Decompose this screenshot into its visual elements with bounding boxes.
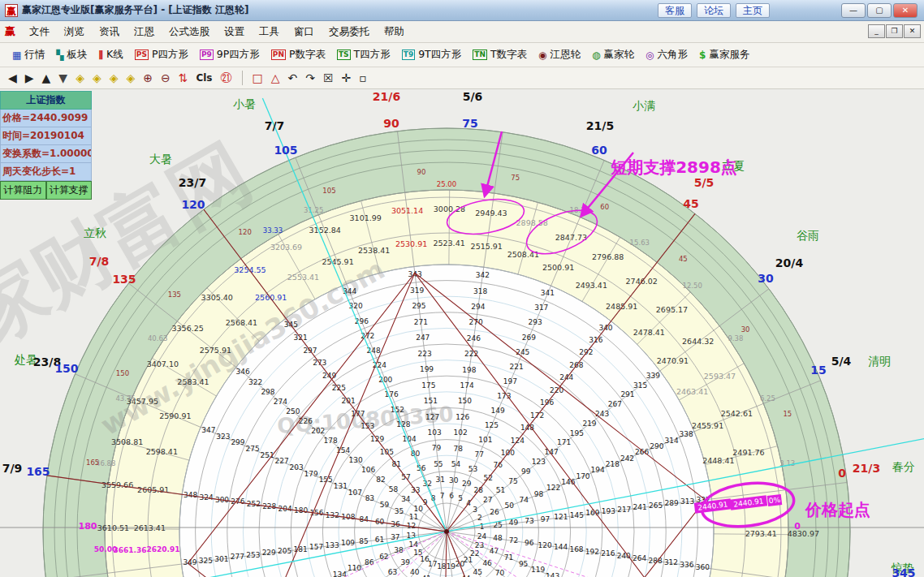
menu-item-资讯[interactable]: 资讯 <box>92 22 127 42</box>
calc-buttons: 计算阻力 计算支撑 <box>0 181 92 200</box>
svg-text:5: 5 <box>458 494 463 502</box>
titlebar-button-主页[interactable]: 主页 <box>736 3 770 18</box>
svg-text:立秋: 立秋 <box>84 226 106 239</box>
diamond-left-icon[interactable]: ◈ <box>76 70 84 86</box>
svg-text:270: 270 <box>469 318 483 326</box>
cls-button[interactable]: Cls <box>196 70 212 86</box>
svg-text:2553.41: 2553.41 <box>287 273 319 282</box>
maximize-button[interactable]: ▢ <box>867 3 892 18</box>
gann-wheel-canvas: 赢家财富网www.yingjia360.comQQ:10080036012345… <box>0 89 924 577</box>
close-button[interactable]: ✕ <box>893 3 918 18</box>
arrow-up-icon[interactable]: ▲ <box>42 70 51 86</box>
svg-text:131: 131 <box>334 482 348 490</box>
calendar-icon[interactable]: ㉑ <box>221 70 232 86</box>
menu-item-设置[interactable]: 设置 <box>217 22 252 42</box>
svg-text:347: 347 <box>201 426 215 434</box>
toolbar-button-P数字表[interactable]: PNP数字表 <box>266 45 331 64</box>
calc-support-button[interactable]: 计算支撑 <box>46 181 93 200</box>
toolbar-button-label: 赢家服务 <box>709 48 749 62</box>
arrow-down-icon[interactable]: ▼ <box>58 70 67 86</box>
menu-item-浏览[interactable]: 浏览 <box>57 22 92 42</box>
svg-text:157: 157 <box>309 543 323 551</box>
toolbar-button-赢家服务[interactable]: $赢家服务 <box>693 45 755 64</box>
menu-item-公式选股[interactable]: 公式选股 <box>162 22 217 42</box>
diamond-right-icon[interactable]: ◈ <box>93 70 101 86</box>
svg-text:71: 71 <box>504 553 513 562</box>
step-field[interactable]: 周天变化步长=1 <box>0 163 92 181</box>
diamond-down-icon[interactable]: ◈ <box>126 70 135 86</box>
child-restore-button[interactable]: ❐ <box>886 24 903 38</box>
child-minimize-button[interactable]: _ <box>868 24 885 38</box>
menu-item-窗口[interactable]: 窗口 <box>287 22 322 42</box>
menu-item-工具[interactable]: 工具 <box>252 22 287 42</box>
titlebar-button-论坛[interactable]: 论坛 <box>697 3 731 18</box>
svg-text:14: 14 <box>408 540 418 549</box>
toolbar-button-T数字表[interactable]: TNT数字表 <box>467 45 533 64</box>
arrow-right-icon[interactable]: ▶ <box>25 70 34 86</box>
rotate-cw-icon[interactable]: ↷ <box>305 70 315 86</box>
toolbar-button-行情[interactable]: ▦行情 <box>6 45 50 64</box>
svg-text:96: 96 <box>525 539 534 547</box>
toolbar-button-P四方形[interactable]: PSP四方形 <box>129 45 194 64</box>
toolbar-button-K线[interactable]: ⫼K线 <box>93 45 129 64</box>
toolbar-button-9T四方形[interactable]: T99T四方形 <box>396 45 468 64</box>
svg-text:22: 22 <box>470 549 479 558</box>
triangle-tool-icon[interactable]: △ <box>271 70 280 86</box>
svg-text:171: 171 <box>557 438 571 446</box>
toolbar-button-9P四方形[interactable]: P99P四方形 <box>194 45 266 64</box>
select-area-icon[interactable]: ▫ <box>359 70 367 86</box>
svg-text:346: 346 <box>236 368 250 376</box>
svg-text:122: 122 <box>546 484 560 492</box>
zoom-out-icon[interactable]: ⊖ <box>161 70 171 86</box>
updown-icon[interactable]: ⇅ <box>179 70 188 86</box>
svg-text:谷雨: 谷雨 <box>797 229 819 242</box>
menu-item-交易委托[interactable]: 交易委托 <box>322 22 377 42</box>
toolbar-button-板块[interactable]: ▚板块 <box>50 45 93 64</box>
svg-text:315: 315 <box>633 381 647 390</box>
svg-text:253: 253 <box>246 551 260 559</box>
zoom-in-icon[interactable]: ⊕ <box>143 70 153 86</box>
rect-tool-icon[interactable]: □ <box>253 70 263 86</box>
svg-text:0%: 0% <box>768 496 781 506</box>
svg-text:31: 31 <box>436 476 445 484</box>
svg-text:194: 194 <box>591 466 605 474</box>
p9-square-icon: P9 <box>200 50 214 60</box>
svg-text:63: 63 <box>388 568 397 576</box>
svg-text:336: 336 <box>680 561 693 569</box>
svg-text:178: 178 <box>324 437 338 445</box>
calc-resistance-button[interactable]: 计算阻力 <box>0 181 46 200</box>
svg-text:34: 34 <box>401 495 411 503</box>
conversion-factor-field[interactable]: 变换系数=1.00000 <box>0 145 92 163</box>
toolbar-button-六角形[interactable]: ◎六角形 <box>640 45 693 64</box>
delete-box-icon[interactable]: ☒ <box>323 70 334 86</box>
svg-text:217: 217 <box>617 506 631 514</box>
price-field[interactable]: 价格=2440.9099 <box>0 110 92 127</box>
rotate-ccw-icon[interactable]: ↶ <box>288 70 298 86</box>
svg-text:301: 301 <box>214 555 228 563</box>
menu-item-文件[interactable]: 文件 <box>22 22 57 42</box>
svg-text:春分: 春分 <box>892 460 915 473</box>
toolbar-button-江恩轮[interactable]: ◉江恩轮 <box>533 45 586 64</box>
svg-text:49: 49 <box>509 519 519 527</box>
svg-text:193: 193 <box>602 507 615 515</box>
svg-text:小满: 小满 <box>633 99 655 112</box>
main-toolbar: ▦行情▚板块⫼K线PSP四方形P99P四方形PNP数字表TST四方形T99T四方… <box>0 43 924 67</box>
diamond-up-icon[interactable]: ◈ <box>110 70 119 86</box>
svg-text:360: 360 <box>696 563 710 571</box>
toolbar-button-T四方形[interactable]: TST四方形 <box>331 45 396 64</box>
minimize-button[interactable]: — <box>841 3 866 18</box>
move-icon[interactable]: ✛ <box>342 70 352 86</box>
svg-text:104: 104 <box>403 435 417 443</box>
time-field[interactable]: 时间=20190104 <box>0 127 92 145</box>
svg-text:30: 30 <box>741 325 750 334</box>
child-close-button[interactable]: ✕ <box>904 24 921 38</box>
svg-text:73: 73 <box>525 517 533 525</box>
arrow-left-icon[interactable]: ◀ <box>8 70 17 86</box>
menu-item-帮助[interactable]: 帮助 <box>377 22 412 42</box>
svg-text:125: 125 <box>485 421 499 429</box>
svg-text:339: 339 <box>646 372 660 380</box>
toolbar-button-赢家轮[interactable]: ◍赢家轮 <box>586 45 640 64</box>
titlebar-button-客服[interactable]: 客服 <box>658 3 692 18</box>
svg-text:229: 229 <box>262 549 276 557</box>
menu-item-江恩[interactable]: 江恩 <box>127 22 162 42</box>
